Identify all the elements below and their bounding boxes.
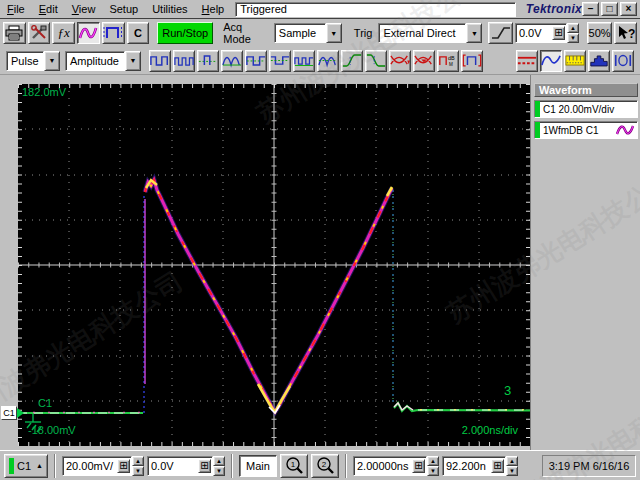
histogram-button[interactable] [588, 50, 610, 72]
pulse3-icon [174, 53, 194, 68]
spin-down-icon[interactable]: ▼ [506, 466, 518, 476]
wfmdb-text: 1WfmDB C1 [543, 125, 615, 136]
horizontal-position-field[interactable]: 92.200n ⊞ [442, 456, 506, 476]
keypad-icon[interactable]: ⊞ [412, 459, 425, 473]
spin-up-icon[interactable]: ▲ [132, 456, 144, 466]
math-fx-button[interactable]: ƒx [52, 22, 75, 44]
measure-eye-height-button[interactable] [389, 50, 411, 72]
setup-tools-button[interactable] [28, 22, 51, 44]
maximize-button[interactable]: □ [601, 2, 618, 16]
spin-down-icon[interactable]: ▼ [567, 33, 579, 43]
keypad-icon[interactable]: ⊞ [198, 459, 211, 473]
chevron-down-icon[interactable]: ▼ [466, 23, 482, 43]
spin-up-icon[interactable]: ▲ [567, 23, 579, 33]
horizontal-position-value: 92.200n [446, 460, 490, 472]
measure-mean-button[interactable] [269, 50, 291, 72]
measure-high-low-button[interactable] [149, 50, 171, 72]
measure-parameter-value: Amplitude [65, 51, 125, 71]
measure-period-button[interactable] [173, 50, 195, 72]
spin-up-icon[interactable]: ▲ [506, 456, 518, 466]
menu-bar: File Edit View Setup Utilities Help Trig… [0, 0, 640, 19]
measure-fall-time-button[interactable] [365, 50, 387, 72]
waveform-mode-button[interactable] [77, 22, 100, 44]
trig-level-field[interactable]: 0.0V ⊞ [515, 23, 567, 43]
context-help-button[interactable]: ? [614, 22, 637, 44]
measure-width-button[interactable] [197, 50, 219, 72]
pulse-neg-icon [270, 53, 290, 68]
measure-rise-time-button[interactable] [341, 50, 363, 72]
ruler-yellow-icon [565, 53, 585, 68]
oscilloscope-app: File Edit View Setup Utilities Help Trig… [0, 0, 640, 480]
menu-utilities[interactable]: Utilities [145, 1, 194, 17]
print-button[interactable] [3, 22, 26, 44]
measure-rms-button[interactable] [317, 50, 339, 72]
chevron-down-icon[interactable]: ▼ [44, 51, 60, 71]
pulse-mode-button[interactable] [102, 22, 125, 44]
channel-scale-readout[interactable]: C1 20.00mV/div [534, 100, 638, 118]
graticule[interactable]: 182.0mV -18.00mV 2.000ns/div 3 C1 [18, 84, 530, 446]
menu-help[interactable]: Help [195, 1, 232, 17]
clock-recovery-button[interactable]: C [127, 22, 150, 44]
clock-text: 3:19 PM 6/16/16 [549, 460, 630, 472]
spin-down-icon[interactable]: ▼ [213, 466, 225, 476]
horizontal-scale-field[interactable]: 2.00000ns ⊞ [353, 456, 427, 476]
acq-mode-label: Acq Mode [219, 21, 272, 45]
keypad-icon[interactable]: ⊞ [117, 459, 130, 473]
acq-mode-select[interactable]: Sample ▼ [274, 23, 342, 43]
spin-up-icon[interactable]: ▲ [427, 456, 439, 466]
set-50pct-button[interactable]: 50% [587, 22, 612, 44]
vertical-scale-field[interactable]: 20.00mV/ ⊞ [62, 456, 132, 476]
measurement-toolbar: Pulse ▼ Amplitude ▼ dBM [0, 47, 640, 75]
trigger-status: Triggered [235, 2, 516, 17]
measure-gain-button[interactable]: dBM [437, 50, 459, 72]
horizontal-scale-group: 2.00000ns ⊞ ▲ ▼ [353, 456, 439, 476]
wfmdb-readout[interactable]: 1WfmDB C1 [534, 121, 638, 139]
menu-setup[interactable]: Setup [102, 1, 145, 17]
channel-1-marker[interactable]: C1 [1, 406, 24, 420]
measure-cycle-button[interactable] [293, 50, 315, 72]
keypad-icon[interactable]: ⊞ [491, 459, 504, 473]
trig-slope-button[interactable] [488, 22, 513, 44]
spin-down-icon[interactable]: ▼ [427, 466, 439, 476]
trigger-status-text: Triggered [240, 3, 287, 15]
spin-down-icon[interactable]: ▼ [132, 466, 144, 476]
chevron-down-icon[interactable]: ▼ [125, 51, 141, 71]
measure-gated-button[interactable] [461, 50, 483, 72]
keypad-icon[interactable]: ⊞ [552, 26, 565, 40]
cursors-button[interactable] [516, 50, 538, 72]
trig-source-select[interactable]: External Direct ▼ [378, 23, 482, 43]
pulse1-green-icon [198, 53, 218, 68]
bracket-pulse-icon [462, 53, 482, 68]
channel-color-stripe [9, 458, 14, 474]
divider [231, 454, 233, 478]
waveform-view-button[interactable] [540, 50, 562, 72]
vertical-offset-field[interactable]: 0.0V ⊞ [147, 456, 213, 476]
zoom-1-button[interactable]: 1 [280, 454, 308, 478]
measure-readout-button[interactable] [564, 50, 586, 72]
measure-category-select[interactable]: Pulse ▼ [6, 51, 60, 71]
spin-up-icon[interactable]: ▲ [213, 456, 225, 466]
vertical-scale-group: 20.00mV/ ⊞ ▲ ▼ [62, 456, 144, 476]
mask-icon [613, 53, 633, 68]
waveform-panel-header: Waveform [534, 83, 638, 97]
measure-parameter-select[interactable]: Amplitude ▼ [65, 51, 141, 71]
channel-select-button[interactable]: C1 ▲ [4, 454, 48, 478]
run-stop-button[interactable]: Run/Stop [157, 22, 213, 44]
mask-test-button[interactable] [612, 50, 634, 72]
horizontal-scale-spinner: ▲ ▼ [427, 456, 439, 476]
trig-source-value: External Direct [378, 23, 466, 43]
zoom-2-button[interactable]: 2 [311, 454, 339, 478]
menu-file[interactable]: File [0, 1, 32, 17]
fx-icon: ƒx [58, 25, 70, 41]
close-button[interactable]: × [620, 2, 637, 16]
menu-view[interactable]: View [65, 1, 103, 17]
measure-eye-width-button[interactable] [413, 50, 435, 72]
menu-edit[interactable]: Edit [32, 1, 65, 17]
measure-amplitude-button[interactable] [245, 50, 267, 72]
chevron-down-icon[interactable]: ▼ [326, 23, 342, 43]
measure-burst-button[interactable] [221, 50, 243, 72]
channel-color-stripe [535, 101, 540, 117]
magnifier-1-icon: 1 [285, 456, 304, 475]
timebase-main-button[interactable]: Main [239, 455, 277, 477]
minimize-button[interactable]: – [582, 2, 599, 16]
